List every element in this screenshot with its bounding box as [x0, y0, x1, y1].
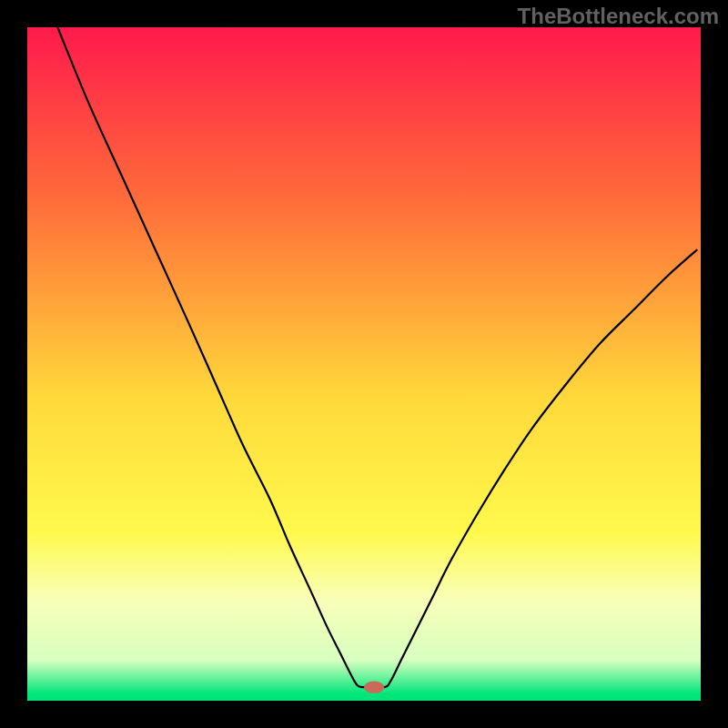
plot-background [27, 27, 701, 701]
bottleneck-chart: TheBottleneck.com [0, 0, 728, 728]
chart-svg [0, 0, 728, 728]
watermark-text: TheBottleneck.com [518, 4, 719, 29]
optimum-marker [364, 682, 384, 693]
